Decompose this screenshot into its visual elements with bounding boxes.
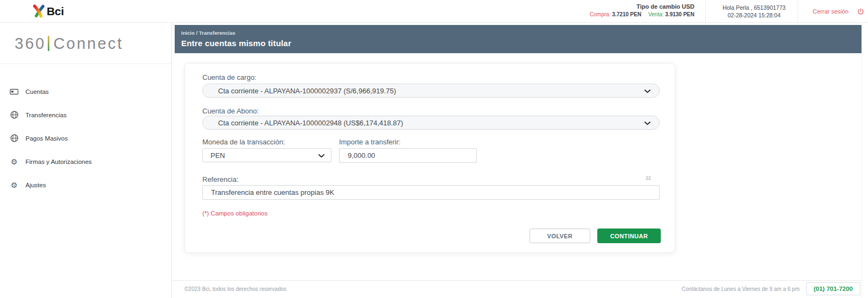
logo-connect: Connect	[53, 35, 123, 52]
credit-account-value: Cta corriente - ALPAYANA-1000002948 (US$…	[218, 119, 403, 127]
sidebar-item-label: Pagos Masivos	[25, 135, 68, 142]
sell-label: Venta:	[648, 11, 663, 17]
chevron-down-icon	[644, 119, 650, 127]
topbar-divider	[797, 0, 798, 23]
chevron-down-icon	[318, 151, 324, 160]
currency-value: PEN	[210, 151, 225, 160]
transfer-form-card: Cuenta de cargo: Cta corriente - ALPAYAN…	[184, 63, 675, 253]
sidebar-item-label: Ajustes	[25, 182, 46, 188]
exchange-rate-title: Tipo de cambio USD	[590, 3, 694, 10]
bci-x-icon	[31, 4, 46, 18]
footer-contact: Contáctanos de Lunes a Viernes de 9 am a…	[682, 282, 860, 295]
exchange-rate-widget: Tipo de cambio USD Compra: 3.7210 PEN Ve…	[590, 3, 694, 17]
amount-input[interactable]	[339, 148, 477, 163]
bci-logo[interactable]: Bci	[31, 4, 64, 18]
debit-account-value: Cta corriente - ALPAYANA-1000002937 (S/6…	[218, 87, 396, 95]
page-header-band: Inicio / Transferencias Entre cuentas mi…	[175, 25, 861, 53]
currency-label: Moneda de la transacción:	[202, 138, 285, 146]
credit-account-select[interactable]: Cta corriente - ALPAYANA-1000002948 (US$…	[202, 116, 660, 130]
breadcrumb[interactable]: Inicio / Transferencias	[181, 30, 861, 36]
sidebar-item-label: Transferencias	[25, 112, 67, 118]
product-logo: 360Connect	[0, 23, 171, 64]
credit-account-label: Cuenta de Abono:	[202, 107, 259, 115]
sell-value: 3.9130 PEN	[665, 11, 694, 17]
sidebar-item-label: Firmas y Autorizaciones	[25, 158, 92, 165]
logo-divider-bar	[48, 36, 49, 51]
gear-icon: ⚙	[10, 158, 18, 166]
user-greeting: Hola Perla , 6513901773 02-28-2024 15:28…	[714, 4, 794, 19]
continue-button[interactable]: CONTINUAR	[597, 229, 661, 243]
globe-icon	[10, 134, 18, 142]
brand-name: Bci	[47, 5, 64, 18]
phone-button[interactable]: (01) 701-7200	[806, 282, 860, 295]
sidebar-item-label: Cuentas	[25, 88, 49, 95]
logo-360: 360	[15, 35, 46, 52]
copyright-text: ©2023 Bci, todos los derechos reservados	[184, 286, 286, 292]
buy-label: Compra:	[590, 11, 610, 17]
chevron-down-icon	[644, 87, 650, 95]
reference-label: Referencia:	[202, 175, 238, 183]
sidebar-menu: Cuentas Transferencias Pagos Masivos ⚙ F…	[0, 80, 171, 196]
gear-icon: ⚙	[10, 181, 18, 189]
sidebar-item-cuentas[interactable]: Cuentas	[0, 80, 171, 103]
reference-input[interactable]	[202, 185, 660, 200]
contact-hours-text: Contáctanos de Lunes a Viernes de 9 am a…	[682, 286, 800, 292]
logout-button[interactable]: Cerrar sesión	[813, 0, 864, 23]
top-bar: Bci Tipo de cambio USD Compra: 3.7210 PE…	[0, 0, 868, 23]
buy-value: 3.7210 PEN	[612, 11, 641, 17]
greeting-text: Hola Perla , 6513901773	[714, 4, 794, 11]
sidebar-item-transferencias[interactable]: Transferencias	[0, 103, 171, 126]
sidebar-item-ajustes[interactable]: ⚙ Ajustes	[0, 173, 171, 196]
amount-label: Importe a transferir:	[339, 138, 400, 146]
required-fields-note: (*) Campos obligatorios	[202, 210, 267, 217]
back-button[interactable]: VOLVER	[529, 229, 590, 243]
datetime-text: 02-28-2024 15:28:04	[714, 11, 794, 19]
card-icon	[10, 88, 18, 96]
reference-char-counter: 22	[646, 175, 651, 181]
page-title: Entre cuentas mismo titular	[181, 39, 861, 48]
scrollbar-track[interactable]	[861, 23, 868, 298]
debit-account-select[interactable]: Cta corriente - ALPAYANA-1000002937 (S/6…	[202, 84, 660, 98]
logout-label: Cerrar sesión	[813, 8, 848, 15]
globe-icon	[10, 111, 18, 119]
sidebar: 360Connect Cuentas Transferencias Pagos …	[0, 23, 172, 298]
footer-divider	[172, 280, 868, 281]
power-icon	[857, 8, 864, 15]
sidebar-item-firmas-y-autorizaciones[interactable]: ⚙ Firmas y Autorizaciones	[0, 150, 171, 173]
currency-select[interactable]: PEN	[202, 148, 331, 162]
topbar-divider	[705, 0, 706, 23]
sidebar-item-pagos-masivos[interactable]: Pagos Masivos	[0, 126, 171, 150]
debit-account-label: Cuenta de cargo:	[202, 73, 257, 81]
